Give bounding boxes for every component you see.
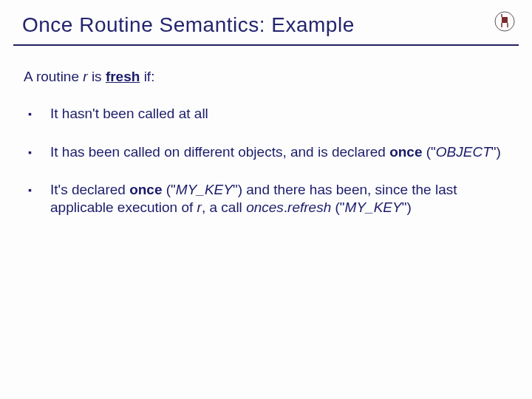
intro-suffix: if: xyxy=(140,69,154,84)
call-args-close: ") xyxy=(402,200,412,215)
call-target: onces xyxy=(246,200,284,215)
list-item: It hasn't been called at all xyxy=(24,105,502,123)
keyword-once: once xyxy=(389,144,422,160)
intro-fresh: fresh xyxy=(106,69,140,84)
chair-logo-icon xyxy=(494,10,516,33)
bullet-list: It hasn't been called at all It has been… xyxy=(24,105,502,216)
key-literal: MY_KEY xyxy=(345,200,402,215)
list-item: It's declared once ("MY_KEY") and there … xyxy=(24,181,502,216)
bullet-text: It hasn't been called at all xyxy=(50,106,208,121)
bullet-pre: It has been called on different objects,… xyxy=(50,144,389,160)
intro-mid: is xyxy=(88,69,106,84)
bullet-post-close: ") xyxy=(491,144,501,160)
bullet-post-open: (" xyxy=(422,144,435,160)
call-args-open: (" xyxy=(331,200,344,215)
key-literal: OBJECT xyxy=(436,144,491,160)
slide-title: Once Routine Semantics: Example xyxy=(0,0,532,44)
keyword-once: once xyxy=(129,182,162,197)
slide-body: A routine r is fresh if: It hasn't been … xyxy=(0,46,532,216)
intro-prefix: A routine xyxy=(24,69,83,84)
svg-rect-1 xyxy=(502,17,508,23)
slide: Once Routine Semantics: Example A routin… xyxy=(0,0,532,399)
intro-line: A routine r is fresh if: xyxy=(24,68,502,86)
key-literal: MY_KEY xyxy=(176,182,233,197)
key-open: (" xyxy=(163,182,176,197)
list-item: It has been called on different objects,… xyxy=(24,143,502,161)
mid2: , a call xyxy=(202,200,246,215)
bullet-pre: It's declared xyxy=(50,182,129,197)
call-method: refresh xyxy=(287,200,331,215)
